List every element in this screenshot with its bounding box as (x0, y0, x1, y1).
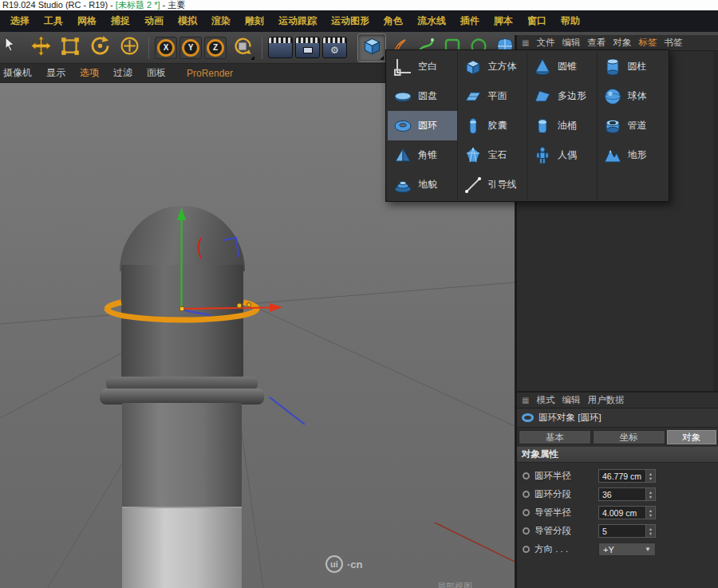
keyframe-ring-icon[interactable] (523, 509, 530, 516)
primitive-item-polygon[interactable]: 多边形 (527, 81, 598, 111)
property-list: 圆环半径 46.779 cm ▲▼ 圆环分段 36 ▲▼ 导管半径 4.009 … (517, 463, 718, 558)
pipe-segments-input[interactable]: 5 (598, 524, 646, 538)
popup-empty-cell (598, 170, 668, 199)
menu-item[interactable]: 帮助 (554, 14, 587, 28)
axis-z-icon: Z (207, 39, 224, 57)
primitive-item-guide[interactable]: 引导线 (458, 170, 528, 199)
stepper[interactable]: ▲▼ (646, 487, 656, 501)
tab-object[interactable]: 对象 (667, 430, 716, 444)
plane-icon (464, 87, 483, 106)
render-picture-viewer-button[interactable] (295, 37, 320, 58)
menu-item[interactable]: 运动跟踪 (271, 14, 324, 28)
keyframe-ring-icon[interactable] (523, 546, 530, 553)
primitive-item-gem[interactable]: 宝石 (458, 140, 528, 170)
crosshair-tool-button[interactable] (116, 34, 143, 61)
guide-icon (464, 176, 483, 195)
primitive-item-sphere[interactable]: 球体 (598, 81, 668, 111)
axis-x-icon: X (157, 39, 175, 57)
menu-item[interactable]: 运动图形 (324, 14, 377, 28)
om-menu-object[interactable]: 对象 (613, 37, 631, 49)
render-icon (269, 43, 292, 57)
am-menu-userdata[interactable]: 用户数据 (587, 394, 624, 406)
menu-item[interactable]: 雕刻 (238, 14, 271, 28)
gem-icon (464, 146, 483, 165)
move-tool-button[interactable] (27, 34, 54, 61)
primitive-item-tube[interactable]: 管道 (598, 111, 668, 140)
stepper[interactable]: ▲▼ (646, 469, 656, 483)
primitive-cube-button[interactable] (358, 34, 385, 61)
axis-x-lock-button[interactable]: X (155, 37, 177, 59)
menu-item[interactable]: 模拟 (171, 14, 204, 28)
cone-icon (533, 57, 552, 77)
om-menu-tags[interactable]: 标签 (638, 37, 657, 49)
menu-item[interactable]: 动画 (137, 14, 171, 28)
menu-item[interactable]: 插件 (453, 14, 487, 28)
coordinate-system-button[interactable] (229, 34, 256, 61)
axis-z-lock-button[interactable]: Z (204, 37, 227, 59)
ring-radius-input[interactable]: 46.779 cm (598, 469, 646, 483)
primitive-item-disc[interactable]: 圆盘 (388, 81, 458, 111)
torus-ring-left (107, 302, 121, 309)
menu-item[interactable]: 脚本 (487, 14, 520, 28)
om-scrollbar[interactable] (713, 51, 718, 391)
viewport-menu-panel[interactable]: 面板 (147, 66, 166, 80)
menu-item[interactable]: 捕捉 (104, 14, 137, 28)
render-settings-button[interactable]: ⚙ (322, 37, 347, 58)
primitive-item-plane[interactable]: 平面 (458, 81, 528, 111)
om-menu-bookmarks[interactable]: 书签 (664, 37, 682, 49)
primitive-item-relief[interactable]: 地貌 (388, 170, 458, 199)
selection-tool-button[interactable] (1, 34, 25, 61)
panel-grid-icon: ▦ (522, 38, 529, 47)
render-gear-icon: ⚙ (323, 43, 346, 57)
menu-item[interactable]: 选择 (3, 14, 37, 28)
axis-y-lock-button[interactable]: Y (180, 37, 202, 59)
primitive-item-cylinder[interactable]: 圆柱 (598, 52, 668, 81)
z-rotation-mark (223, 238, 239, 257)
primitive-item-figure[interactable]: 人偶 (527, 140, 598, 170)
keyframe-ring-icon[interactable] (523, 472, 530, 479)
viewport-menu-camera[interactable]: 摄像机 (3, 66, 32, 80)
stepper[interactable]: ▲▼ (646, 524, 656, 538)
popup-empty-cell (527, 170, 598, 199)
rotate-tool-button[interactable] (86, 34, 113, 61)
viewport-menu-prorender[interactable]: ProRender (187, 68, 233, 79)
om-menu-edit[interactable]: 编辑 (562, 37, 580, 49)
stepper[interactable]: ▲▼ (646, 506, 656, 519)
ring-segments-input[interactable]: 36 (598, 487, 646, 501)
menu-item[interactable]: 网格 (70, 14, 104, 28)
scale-tool-button[interactable] (57, 34, 84, 61)
render-picture-icon (296, 43, 319, 57)
tab-coordinates[interactable]: 坐标 (593, 430, 665, 444)
primitive-item-torus[interactable]: 圆环 (388, 111, 458, 140)
primitive-item-cube[interactable]: 立方体 (458, 52, 528, 81)
render-view-button[interactable] (268, 37, 293, 58)
primitive-item-pyramid[interactable]: 角锥 (388, 140, 458, 170)
scale-icon (60, 36, 81, 60)
primitive-item-cone[interactable]: 圆锥 (527, 52, 598, 81)
menu-item[interactable]: 工具 (37, 14, 70, 28)
viewport-menu-display[interactable]: 显示 (46, 66, 65, 80)
primitive-item-landscape[interactable]: 地形 (598, 140, 668, 170)
primitive-item-oiltank[interactable]: 油桶 (527, 111, 598, 140)
menu-item[interactable]: 渲染 (204, 14, 238, 28)
primitive-item-null[interactable]: 空白 (388, 52, 458, 81)
title-suffix: - 主要 (160, 0, 185, 10)
viewport-menu-filter[interactable]: 过滤 (113, 66, 132, 80)
primitive-item-capsule[interactable]: 胶囊 (458, 111, 528, 140)
disc-icon (393, 87, 412, 106)
section-object-properties[interactable]: 对象属性 (517, 447, 718, 463)
menu-item[interactable]: 角色 (377, 14, 410, 28)
tab-basic[interactable]: 基本 (519, 430, 591, 444)
om-menu-file[interactable]: 文件 (536, 37, 554, 49)
keyframe-ring-icon[interactable] (523, 527, 530, 535)
om-menu-view[interactable]: 查看 (587, 37, 606, 49)
viewport-menu-options[interactable]: 选项 (80, 66, 99, 80)
menu-item[interactable]: 窗口 (520, 14, 554, 28)
am-menu-edit[interactable]: 编辑 (562, 394, 580, 406)
rotate-icon (89, 35, 111, 60)
menu-item[interactable]: 流水线 (410, 14, 453, 28)
pipe-radius-input[interactable]: 4.009 cm (598, 506, 646, 519)
keyframe-ring-icon[interactable] (523, 491, 530, 498)
orientation-dropdown[interactable]: +Y▼ (598, 543, 656, 556)
am-menu-mode[interactable]: 模式 (536, 394, 554, 406)
